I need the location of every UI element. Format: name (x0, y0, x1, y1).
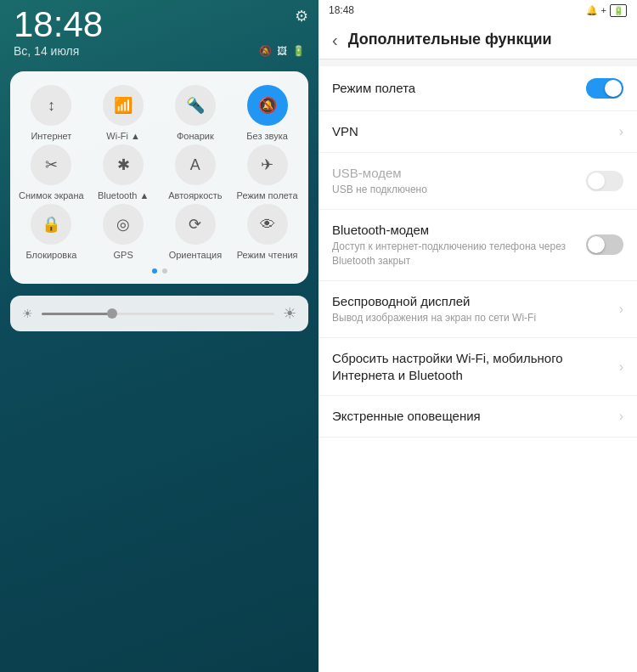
settings-content-bluetooth_modem: Bluetooth-модемДоступ к интернет-подключ… (332, 222, 586, 268)
quick-item-8[interactable]: 🔒Блокировка (17, 204, 86, 260)
settings-item-usb_modem[interactable]: USB-модемUSB не подключено (318, 153, 637, 210)
quick-item-6[interactable]: AАвтояркость (161, 144, 230, 200)
quick-icon-2: 🔦 (175, 85, 216, 126)
silent-icon: 🔕 (259, 45, 272, 57)
quick-icon-8: 🔒 (31, 204, 71, 245)
quick-icon-11: 👁 (247, 204, 288, 245)
settings-right-reset_network: › (619, 359, 623, 375)
quick-icon-5: ✱ (103, 144, 144, 185)
left-date: Вс, 14 июля (14, 44, 79, 58)
settings-title-reset_network: Сбросить настройки Wi-Fi, мобильного Инт… (332, 350, 619, 383)
quick-grid: ↕Интернет📶Wi-Fi ▲🔦Фонарик🔕Без звука✂Сним… (17, 85, 302, 260)
quick-label-10: Ориентация (169, 250, 222, 260)
quick-item-3[interactable]: 🔕Без звука (233, 85, 302, 141)
settings-subtitle-wireless_display: Вывод изображения на экран по сети Wi-Fi (332, 311, 619, 325)
quick-item-1[interactable]: 📶Wi-Fi ▲ (89, 85, 158, 141)
quick-label-3: Без звука (246, 131, 288, 141)
toggle-flight_mode[interactable] (586, 78, 623, 99)
quick-label-8: Блокировка (25, 250, 76, 260)
left-time: 18:48 (0, 0, 318, 42)
right-title: Дополнительные функции (348, 31, 623, 48)
settings-right-bluetooth_modem (586, 234, 623, 255)
quick-label-9: GPS (114, 250, 133, 260)
settings-item-wireless_display[interactable]: Беспроводной дисплейВывод изображения на… (318, 281, 637, 338)
quick-item-4[interactable]: ✂Снимок экрана (17, 144, 86, 200)
settings-title-wireless_display: Беспроводной дисплей (332, 293, 619, 310)
brightness-high-icon: ☀ (283, 304, 296, 323)
settings-content-vpn: VPN (332, 123, 619, 140)
quick-icon-3: 🔕 (247, 85, 288, 126)
back-button[interactable]: ‹ (332, 31, 338, 48)
settings-title-bluetooth_modem: Bluetooth-модем (332, 222, 586, 239)
settings-subtitle-bluetooth_modem: Доступ к интернет-подключению телефона ч… (332, 240, 586, 268)
chevron-wireless_display: › (619, 302, 623, 317)
quick-label-7: Режим полета (237, 190, 298, 200)
brightness-low-icon: ☀ (22, 307, 33, 320)
settings-right-vpn: › (619, 124, 623, 139)
quick-item-0[interactable]: ↕Интернет (17, 85, 86, 141)
toggle-thumb-bluetooth_modem (588, 236, 605, 253)
toggle-thumb-usb_modem (588, 172, 605, 189)
quick-label-6: Автояркость (168, 190, 222, 200)
settings-title-emergency: Экстренные оповещения (332, 408, 619, 425)
quick-icon-4: ✂ (31, 144, 71, 185)
settings-item-vpn[interactable]: VPN› (318, 111, 637, 153)
settings-title-vpn: VPN (332, 123, 619, 140)
toggle-thumb-flight_mode (605, 80, 622, 97)
quick-icon-0: ↕ (31, 85, 71, 126)
right-status-bar: 18:48 🔔 + 🔋 (318, 0, 637, 20)
right-status-icons: 🔔 + 🔋 (586, 4, 627, 17)
dot-1 (152, 268, 157, 274)
quick-label-2: Фонарик (177, 131, 214, 141)
quick-label-5: Bluetooth ▲ (98, 190, 149, 200)
settings-content-wireless_display: Беспроводной дисплейВывод изображения на… (332, 293, 619, 325)
gear-button[interactable]: ⚙ (295, 7, 308, 25)
brightness-thumb (107, 308, 117, 319)
chevron-vpn: › (619, 124, 623, 139)
right-panel: 18:48 🔔 + 🔋 ‹ Дополнительные функции Реж… (318, 0, 637, 672)
settings-title-flight_mode: Режим полета (332, 80, 586, 97)
plus-icon: + (601, 5, 606, 15)
right-status-time: 18:48 (329, 4, 354, 16)
quick-icon-1: 📶 (103, 85, 144, 126)
settings-subtitle-usb_modem: USB не подключено (332, 183, 586, 197)
battery-icon-left: 🔋 (292, 45, 305, 57)
alert-icon: 🔔 (586, 5, 598, 16)
chevron-reset_network: › (619, 359, 623, 375)
quick-item-9[interactable]: ◎GPS (89, 204, 158, 260)
toggle-bluetooth_modem[interactable] (586, 234, 623, 255)
left-status-icons: 🔕 🖼 🔋 (259, 45, 305, 57)
settings-title-usb_modem: USB-модем (332, 165, 586, 182)
toggle-usb_modem (586, 171, 623, 191)
settings-list: Режим полетаVPN›USB-модемUSB не подключе… (318, 66, 637, 672)
brightness-bar[interactable]: ☀ ☀ (10, 296, 308, 331)
quick-label-4: Снимок экрана (19, 190, 84, 200)
quick-label-11: Режим чтения (237, 250, 298, 260)
quick-item-11[interactable]: 👁Режим чтения (233, 204, 302, 260)
settings-item-emergency[interactable]: Экстренные оповещения› (318, 396, 637, 438)
quick-label-1: Wi-Fi ▲ (106, 131, 140, 141)
right-header: ‹ Дополнительные функции (318, 20, 637, 59)
settings-content-reset_network: Сбросить настройки Wi-Fi, мобильного Инт… (332, 350, 619, 383)
quick-item-7[interactable]: ✈Режим полета (233, 144, 302, 200)
settings-item-bluetooth_modem[interactable]: Bluetooth-модемДоступ к интернет-подключ… (318, 210, 637, 281)
quick-item-5[interactable]: ✱Bluetooth ▲ (89, 144, 158, 200)
brightness-track[interactable] (42, 313, 274, 315)
dot-2 (162, 268, 167, 274)
quick-item-10[interactable]: ⟳Ориентация (161, 204, 230, 260)
settings-right-flight_mode (586, 78, 623, 99)
settings-right-emergency: › (619, 409, 623, 424)
quick-label-0: Интернет (31, 131, 71, 141)
quick-icon-6: A (175, 144, 216, 185)
quick-icon-9: ◎ (103, 204, 144, 245)
quick-dots (17, 268, 302, 274)
battery-icon-right: 🔋 (610, 4, 627, 17)
quick-settings-card: ↕Интернет📶Wi-Fi ▲🔦Фонарик🔕Без звука✂Сним… (10, 71, 308, 284)
settings-right-wireless_display: › (619, 302, 623, 317)
settings-item-flight_mode[interactable]: Режим полета (318, 66, 637, 111)
quick-item-2[interactable]: 🔦Фонарик (161, 85, 230, 141)
brightness-fill (42, 313, 111, 315)
quick-icon-10: ⟳ (175, 204, 216, 245)
chevron-emergency: › (619, 409, 623, 424)
settings-item-reset_network[interactable]: Сбросить настройки Wi-Fi, мобильного Инт… (318, 338, 637, 396)
